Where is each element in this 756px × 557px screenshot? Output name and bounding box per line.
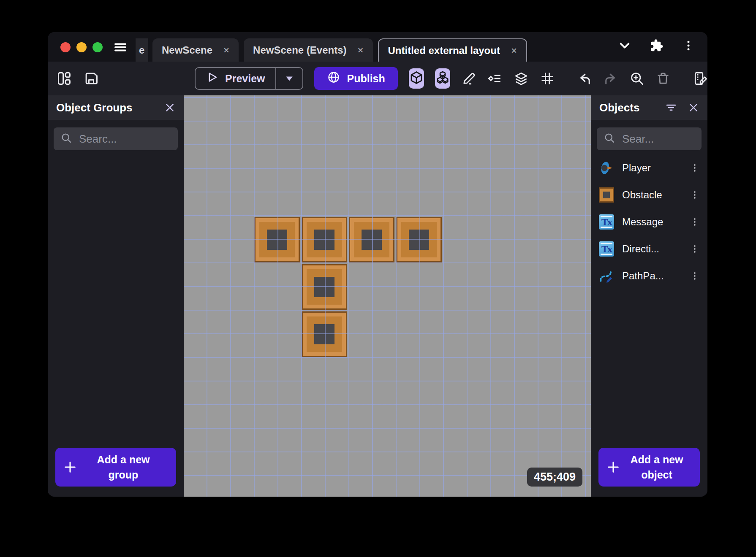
globe-icon <box>327 70 340 87</box>
save-icon[interactable] <box>83 70 99 87</box>
redo-icon[interactable] <box>603 71 618 86</box>
pencil-icon[interactable] <box>461 71 476 86</box>
publish-button[interactable]: Publish <box>314 67 398 90</box>
kebab-menu-icon[interactable] <box>682 39 695 54</box>
chevron-down-icon[interactable] <box>618 39 631 54</box>
layers-icon[interactable] <box>514 71 529 86</box>
cube-icon <box>409 70 424 87</box>
close-icon[interactable] <box>688 102 699 113</box>
obstacle-instance[interactable] <box>302 264 347 310</box>
groups-list-empty <box>48 154 184 442</box>
kebab-menu-icon[interactable] <box>690 217 700 227</box>
text-object-icon: Tx <box>598 241 615 257</box>
object-label: Message <box>622 216 682 228</box>
add-group-button[interactable]: Add a new group <box>55 448 176 487</box>
close-tab-icon[interactable]: × <box>511 45 517 57</box>
tab-label: Untitled external layout <box>388 45 500 57</box>
minimize-window-button[interactable] <box>76 42 87 52</box>
search-icon <box>604 132 615 146</box>
instances-panel-toggle[interactable] <box>435 68 450 89</box>
obstacle-instance[interactable] <box>302 311 347 357</box>
path-object-icon <box>598 268 615 284</box>
add-group-label: Add a new group <box>82 452 169 483</box>
obstacle-instance[interactable] <box>349 217 394 262</box>
tab-untitled-external-layout[interactable]: Untitled external layout × <box>378 38 527 62</box>
cursor-coordinates-badge: 455;409 <box>527 468 582 487</box>
objects-panel: Objects Pla <box>591 95 707 497</box>
panel-title: Object Groups <box>56 101 133 114</box>
search-icon <box>60 132 72 146</box>
close-icon[interactable] <box>164 102 175 113</box>
tabbar-actions <box>618 39 695 54</box>
project-manager-icon[interactable] <box>56 70 72 87</box>
object-label: PathPa... <box>622 270 682 282</box>
close-window-button[interactable] <box>60 42 71 52</box>
tab-label: NewScene <box>162 44 212 56</box>
instances-list-icon[interactable] <box>487 71 503 86</box>
close-tab-icon[interactable]: × <box>358 44 364 56</box>
object-row-pathpainter[interactable]: PathPa... <box>591 262 707 289</box>
obstacle-instance[interactable] <box>254 217 300 262</box>
object-label: Obstacle <box>622 189 682 201</box>
text-object-icon: Tx <box>598 214 615 230</box>
object-row-player[interactable]: Player <box>591 154 707 181</box>
publish-button-label: Publish <box>347 73 385 85</box>
object-groups-header: Object Groups <box>48 95 184 120</box>
tab-label: e <box>139 44 144 56</box>
obstacle-instance[interactable] <box>302 217 347 262</box>
main-area: Object Groups Add a new group <box>48 95 707 497</box>
preview-button-label: Preview <box>225 73 265 85</box>
object-row-directions[interactable]: Tx Directi... <box>591 235 707 262</box>
undo-icon[interactable] <box>577 71 592 86</box>
tab-partial[interactable]: e <box>136 38 148 62</box>
edit-properties-icon[interactable] <box>693 70 707 87</box>
tab-newscene[interactable]: NewScene × <box>152 38 239 62</box>
object-label: Player <box>622 162 682 174</box>
preview-dropdown-button[interactable] <box>276 74 302 83</box>
player-object-icon <box>598 160 615 176</box>
groups-search[interactable] <box>54 127 178 150</box>
tab-bar: e NewScene × NewScene (Events) × Untitle… <box>48 32 707 62</box>
hamburger-icon[interactable] <box>113 40 128 55</box>
kebab-menu-icon[interactable] <box>690 163 700 173</box>
play-icon <box>206 71 218 86</box>
kebab-menu-icon[interactable] <box>690 190 700 200</box>
trash-icon[interactable] <box>655 71 671 86</box>
cubes-icon <box>435 70 450 87</box>
preview-button[interactable]: Preview <box>196 71 275 86</box>
traffic-lights <box>60 42 103 52</box>
obstacle-object-icon <box>598 187 615 203</box>
object-groups-panel: Object Groups Add a new group <box>48 95 184 497</box>
object-row-message[interactable]: Tx Message <box>591 208 707 235</box>
puzzle-icon[interactable] <box>650 39 664 54</box>
add-object-label: Add a new object <box>625 452 692 483</box>
panel-title: Objects <box>599 101 639 114</box>
plus-icon <box>606 460 620 474</box>
zoom-in-icon[interactable] <box>629 71 645 86</box>
preview-split-button: Preview <box>195 67 303 90</box>
object-row-obstacle[interactable]: Obstacle <box>591 181 707 208</box>
objects-search[interactable] <box>597 127 702 150</box>
close-tab-icon[interactable]: × <box>223 44 229 56</box>
groups-search-input[interactable] <box>79 132 171 146</box>
kebab-menu-icon[interactable] <box>690 271 700 281</box>
plus-icon <box>63 460 77 474</box>
scene-canvas[interactable]: 455;409 <box>184 95 591 497</box>
kebab-menu-icon[interactable] <box>690 244 700 254</box>
grid-overlay <box>184 95 591 497</box>
obstacle-instance[interactable] <box>396 217 442 262</box>
toolbar: Preview Publish <box>48 62 707 95</box>
tab-label: NewScene (Events) <box>253 44 346 56</box>
filter-icon[interactable] <box>665 102 677 114</box>
objects-list: Player Obstacle Tx Message <box>591 154 707 442</box>
objects-search-input[interactable] <box>622 132 695 146</box>
objects-panel-toggle[interactable] <box>409 68 424 89</box>
maximize-window-button[interactable] <box>92 42 103 52</box>
add-object-button[interactable]: Add a new object <box>598 448 700 487</box>
objects-header: Objects <box>591 95 707 120</box>
object-label: Directi... <box>622 243 682 255</box>
tab-newscene-events[interactable]: NewScene (Events) × <box>244 38 373 62</box>
grid-icon[interactable] <box>540 71 555 86</box>
app-window: e NewScene × NewScene (Events) × Untitle… <box>48 32 707 497</box>
